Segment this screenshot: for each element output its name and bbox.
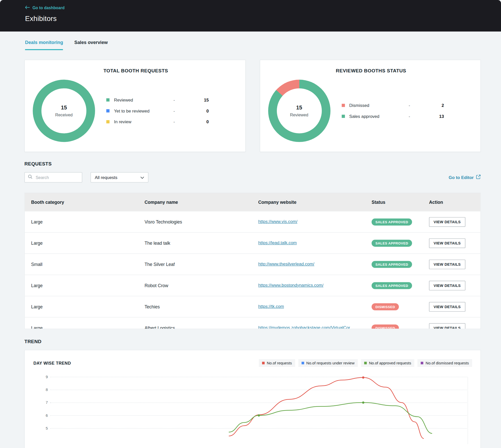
card-title: TOTAL BOOTH REQUESTS	[33, 68, 239, 73]
reviewed-status-donut: 15 Reviewed	[268, 80, 330, 142]
view-details-button[interactable]: VIEW DETAILS	[429, 238, 465, 248]
legend-item: In review - 0	[106, 119, 209, 124]
legend-color-swatch	[341, 104, 345, 107]
search-box[interactable]	[24, 172, 82, 182]
table-row: Large Techies https://tk.com DISMISSED V…	[25, 296, 481, 317]
column-header-action: Action	[423, 199, 480, 205]
table-row: Small The Silver Leaf http://www.thesilv…	[25, 253, 481, 275]
column-header-company-name: Company name	[138, 199, 252, 205]
top-header: Go to dashboard Exhibitors	[0, 0, 501, 31]
company-name-cell: The lead talk	[138, 240, 252, 245]
status-badge: SALES APPROVED	[372, 218, 412, 226]
status-badge: DISMISSED	[372, 303, 399, 310]
donut-value: 15	[296, 105, 302, 111]
view-details-button[interactable]: VIEW DETAILS	[429, 302, 465, 311]
total-booth-requests-card: TOTAL BOOTH REQUESTS 15 Received Reviewe…	[24, 60, 245, 152]
legend-color-swatch	[364, 362, 367, 364]
back-to-dashboard-link[interactable]: Go to dashboard	[25, 5, 65, 10]
legend-item-requests[interactable]: No.of requests	[259, 359, 295, 367]
legend-color-swatch	[106, 120, 110, 124]
chart-title: DAY WISE TREND	[33, 361, 71, 365]
column-header-booth-category: Booth category	[25, 199, 138, 205]
card-title: REVIEWED BOOTHS STATUS	[268, 68, 474, 73]
company-name-cell: The Silver Leaf	[138, 262, 252, 267]
donut-legend: Dismissed - 2 Sales approved - 13	[341, 97, 444, 125]
tab-sales-overview[interactable]: Sales overview	[74, 40, 108, 50]
donut-value: 15	[61, 105, 67, 111]
company-website-link[interactable]: https://www.bostondynamics.com/	[258, 283, 323, 287]
legend-item: Dismissed - 2	[341, 103, 444, 108]
legend-color-swatch	[106, 109, 110, 113]
company-website-link[interactable]: https://lead.talk.com	[258, 240, 297, 245]
day-wise-trend-card: DAY WISE TREND No.of requests No.of requ…	[24, 350, 481, 448]
status-badge: SALES APPROVED	[372, 240, 412, 247]
status-badge: DISMISSED	[372, 324, 399, 329]
requests-section: REQUESTS All requests Go to Editor	[24, 161, 481, 329]
company-website-link[interactable]: http://www.thesilverlead.com/	[258, 261, 314, 266]
search-icon	[28, 174, 32, 180]
company-website-link[interactable]: https://tk.com	[258, 304, 284, 309]
view-details-button[interactable]: VIEW DETAILS	[429, 260, 465, 269]
table-row: Large Robot Crow https://www.bostondynam…	[25, 275, 481, 296]
view-details-button[interactable]: VIEW DETAILS	[429, 217, 465, 227]
donut-caption: Received	[55, 112, 73, 117]
booth-category-cell: Large	[25, 219, 138, 224]
donut-caption: Reviewed	[290, 112, 308, 117]
company-name-cell: Albert Logistics	[138, 325, 252, 329]
back-link-label: Go to dashboard	[32, 6, 65, 10]
editor-link-label: Go to Editor	[449, 175, 474, 180]
legend-color-swatch	[106, 98, 110, 102]
page-title: Exhibitors	[25, 15, 501, 23]
requests-section-title: REQUESTS	[24, 161, 481, 166]
tabs-bar: Deals monitoring Sales overview	[0, 31, 501, 50]
booth-category-cell: Large	[25, 240, 138, 245]
trend-section-title: TREND	[24, 339, 481, 344]
column-header-company-website: Company website	[252, 199, 365, 205]
reviewed-booths-status-card: REVIEWED BOOTHS STATUS 15 Reviewed D	[260, 60, 481, 152]
requests-controls: All requests Go to Editor	[24, 172, 481, 182]
booth-category-cell: Large	[25, 304, 138, 309]
filter-selected-value: All requests	[95, 175, 118, 180]
company-name-cell: Techies	[138, 304, 252, 309]
company-name-cell: Visro Technologies	[138, 219, 252, 224]
booth-category-cell: Small	[25, 262, 138, 267]
legend-item-dismissed[interactable]: No.of dismissed requests	[418, 359, 472, 367]
trend-chart: 9 8 7 6 5	[33, 371, 472, 444]
search-input[interactable]	[35, 175, 79, 180]
requests-table: Booth category Company name Company webs…	[24, 193, 481, 329]
tab-deals-monitoring[interactable]: Deals monitoring	[25, 40, 63, 50]
view-details-button[interactable]: VIEW DETAILS	[429, 323, 465, 329]
legend-color-swatch	[301, 362, 304, 364]
legend-item: Sales approved - 13	[341, 114, 444, 119]
company-name-cell: Robot Crow	[138, 283, 252, 288]
legend-color-swatch	[262, 362, 265, 364]
legend-item-approved[interactable]: No.of approved requests	[361, 359, 414, 367]
total-requests-donut: 15 Received	[33, 80, 95, 142]
trend-section: TREND DAY WISE TREND No.of requests No.o…	[24, 339, 481, 448]
view-details-button[interactable]: VIEW DETAILS	[429, 281, 465, 290]
legend-color-swatch	[421, 362, 423, 364]
column-header-status: Status	[365, 199, 423, 205]
back-arrow-icon	[25, 5, 30, 10]
legend-item: Yet to be reviewed - 0	[106, 108, 209, 113]
page: Go to dashboard Exhibitors Deals monitor…	[0, 0, 501, 448]
status-badge: SALES APPROVED	[372, 282, 412, 289]
table-row: Large Visro Technologies https://www.vis…	[25, 211, 481, 232]
legend-color-swatch	[341, 115, 345, 118]
summary-cards: TOTAL BOOTH REQUESTS 15 Received Reviewe…	[24, 60, 481, 152]
go-to-editor-link[interactable]: Go to Editor	[449, 174, 481, 180]
table-row: Large Albert Logistics https://mydemos.z…	[25, 317, 481, 329]
booth-category-cell: Large	[25, 325, 138, 329]
company-website-link[interactable]: https://mydemos.zohobackstage.com/Virtua…	[258, 325, 350, 329]
table-header-row: Booth category Company name Company webs…	[25, 193, 481, 211]
legend-item: Reviewed - 15	[106, 97, 209, 102]
table-row: Large The lead talk https://lead.talk.co…	[25, 232, 481, 253]
booth-category-cell: Large	[25, 283, 138, 288]
trend-line-chart	[33, 371, 473, 444]
requests-filter-dropdown[interactable]: All requests	[90, 172, 148, 182]
external-link-icon	[476, 174, 481, 180]
main-content: TOTAL BOOTH REQUESTS 15 Received Reviewe…	[0, 60, 501, 448]
company-website-link[interactable]: https://www.vis.com/	[258, 219, 298, 224]
legend-item-under-review[interactable]: No.of requests under review	[298, 359, 358, 367]
status-badge: SALES APPROVED	[372, 261, 412, 268]
